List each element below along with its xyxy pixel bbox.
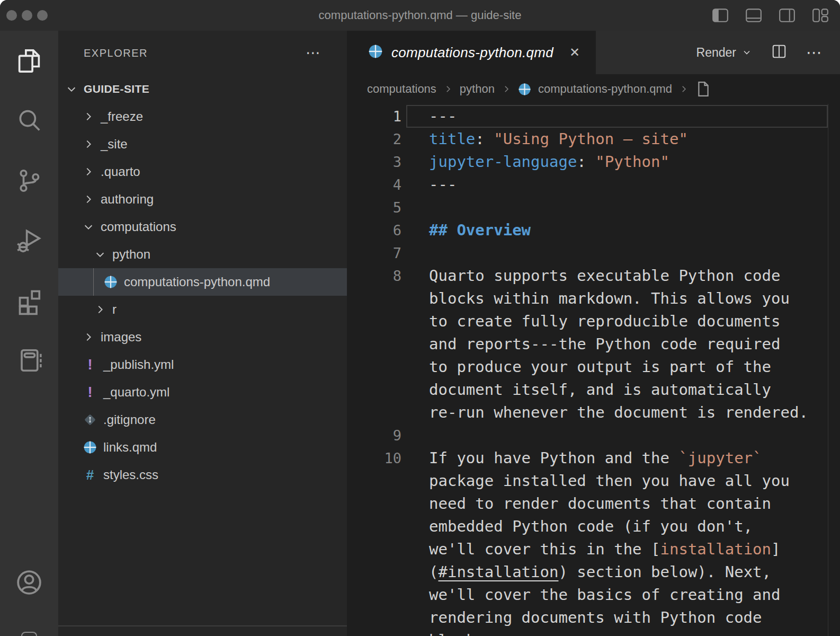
tree-item-label: images <box>101 330 141 344</box>
line-number <box>347 356 429 378</box>
code-line[interactable]: 1--- <box>347 105 840 128</box>
code-line[interactable]: document itself, and is automatically <box>347 378 840 401</box>
code-line[interactable]: embedded Python code (if you don't, <box>347 515 840 538</box>
render-button[interactable]: Render <box>696 46 752 60</box>
line-number: 6 <box>347 219 429 242</box>
tree-item-authoring[interactable]: authoring <box>58 186 347 213</box>
vscode-window: computations-python.qmd — guide-site <box>0 0 840 636</box>
tree-item--gitignore[interactable]: .gitignore <box>58 406 347 434</box>
manage-gear-icon[interactable] <box>21 632 37 636</box>
minimize-button[interactable] <box>22 10 32 21</box>
tab-computations-python[interactable]: computations-python.qmd ✕ <box>347 31 596 74</box>
code-text: we'll cover the basics of creating and <box>429 584 780 606</box>
line-number: 3 <box>347 151 429 173</box>
tree-item-label: links.qmd <box>103 440 157 455</box>
explorer-view-icon[interactable] <box>0 31 58 91</box>
explorer-more-actions[interactable]: ⋯ <box>306 46 321 60</box>
tree-item--freeze[interactable]: _freeze <box>58 103 347 130</box>
code-line[interactable]: blocks. <box>347 629 840 636</box>
code-line[interactable]: need to render documents that contain <box>347 492 840 515</box>
tree-item--quarto[interactable]: .quarto <box>58 158 347 186</box>
code-text: title: "Using Python — site" <box>429 128 688 151</box>
tree-item-links-qmd[interactable]: links.qmd <box>58 434 347 461</box>
chevron-down-icon <box>66 83 77 95</box>
code-line[interactable]: rendering documents with Python code <box>347 606 840 629</box>
explorer-header: EXPLORER ⋯ <box>58 31 347 75</box>
code-line[interactable]: 5 <box>347 196 840 219</box>
code-line[interactable]: 3jupyter-language: "Python" <box>347 151 840 173</box>
code-editor[interactable]: 1---2title: "Using Python — site"3jupyte… <box>347 104 840 636</box>
line-number <box>347 287 429 310</box>
tree-item--publish-yml[interactable]: !_publish.yml <box>58 351 347 378</box>
notebook-icon[interactable] <box>0 330 58 390</box>
code-text: jupyter-language: "Python" <box>429 151 669 173</box>
code-line[interactable]: 7 <box>347 242 840 264</box>
breadcrumb-folder[interactable]: python <box>460 82 495 96</box>
line-number: 1 <box>347 105 429 128</box>
code-line[interactable]: 2title: "Using Python — site" <box>347 128 840 151</box>
code-line[interactable]: to produce your output is part of the <box>347 356 840 378</box>
outline-header[interactable]: OUTLINE <box>58 626 347 636</box>
tree-item-label: styles.css <box>103 467 158 482</box>
tree-item-computations[interactable]: computations <box>58 213 347 241</box>
traffic-lights <box>6 10 48 21</box>
symbol-file-icon <box>695 81 711 98</box>
code-line[interactable]: and reports---the Python code required <box>347 333 840 356</box>
chevron-right-icon <box>83 166 94 178</box>
code-line[interactable]: 4--- <box>347 173 840 196</box>
explorer-title: EXPLORER <box>84 47 148 59</box>
code-text: blocks. <box>429 629 494 636</box>
line-number <box>347 470 429 492</box>
line-number: 5 <box>347 196 429 219</box>
source-control-icon[interactable] <box>0 151 58 210</box>
tree-item-python[interactable]: python <box>58 241 347 268</box>
split-editor-icon[interactable] <box>771 43 787 61</box>
code-line[interactable]: 9 <box>347 424 840 447</box>
tree-item--quarto-yml[interactable]: !_quarto.yml <box>58 378 347 406</box>
tree-item-label: authoring <box>101 192 154 207</box>
toggle-panel-icon[interactable] <box>745 7 763 24</box>
code-line[interactable]: to create fully reproducible documents <box>347 310 840 333</box>
breadcrumb-folder[interactable]: computations <box>367 82 436 96</box>
customize-layout-icon[interactable] <box>811 7 829 24</box>
more-actions-icon[interactable]: ⋯ <box>806 45 823 60</box>
zoom-button[interactable] <box>37 10 48 21</box>
tab-label: computations-python.qmd <box>391 45 553 61</box>
chevron-down-icon <box>94 249 106 260</box>
code-line[interactable]: re-run whenever the document is rendered… <box>347 401 840 424</box>
yaml-alert-icon: ! <box>83 385 97 400</box>
code-line[interactable]: we'll cover this in the [installation] <box>347 538 840 561</box>
search-icon[interactable] <box>0 91 58 151</box>
tree-item-images[interactable]: images <box>58 323 347 351</box>
extensions-icon[interactable] <box>0 270 58 330</box>
close-button[interactable] <box>6 10 17 21</box>
tree-item-label: computations <box>101 219 176 234</box>
tree-item-r[interactable]: r <box>58 296 347 323</box>
tree-item-guide-site[interactable]: GUIDE-SITE <box>58 75 347 103</box>
line-number: 8 <box>347 264 429 287</box>
code-line[interactable]: (#installation) section below). Next, <box>347 561 840 584</box>
tree-item-computations-python-qmd[interactable]: computations-python.qmd <box>58 268 347 296</box>
tree-item-label: r <box>112 302 117 317</box>
tree-item-styles-css[interactable]: #styles.css <box>58 461 347 489</box>
code-line[interactable]: blocks within markdown. This allows you <box>347 287 840 310</box>
account-icon[interactable] <box>14 567 44 600</box>
line-number: 9 <box>347 424 429 447</box>
toggle-secondary-sidebar-icon[interactable] <box>778 7 796 24</box>
code-line[interactable]: we'll cover the basics of creating and <box>347 584 840 606</box>
code-text: (#installation) section below). Next, <box>429 561 771 584</box>
chevron-right-icon <box>679 84 689 94</box>
code-text: package installed then you have all you <box>429 470 790 492</box>
tree-item--site[interactable]: _site <box>58 130 347 158</box>
tab-bar: computations-python.qmd ✕ Render ⋯ <box>347 31 840 74</box>
breadcrumb-file[interactable]: computations-python.qmd <box>538 82 672 96</box>
chevron-right-icon <box>94 304 106 315</box>
run-and-debug-icon[interactable] <box>0 210 58 270</box>
code-line[interactable]: 10If you have Python and the `jupyter` <box>347 447 840 470</box>
code-text: blocks within markdown. This allows you <box>429 287 790 310</box>
toggle-primary-sidebar-icon[interactable] <box>711 7 729 24</box>
code-line[interactable]: 8Quarto supports executable Python code <box>347 264 840 287</box>
code-line[interactable]: 6## Overview <box>347 219 840 242</box>
code-line[interactable]: package installed then you have all you <box>347 470 840 492</box>
close-tab-icon[interactable]: ✕ <box>569 45 580 60</box>
